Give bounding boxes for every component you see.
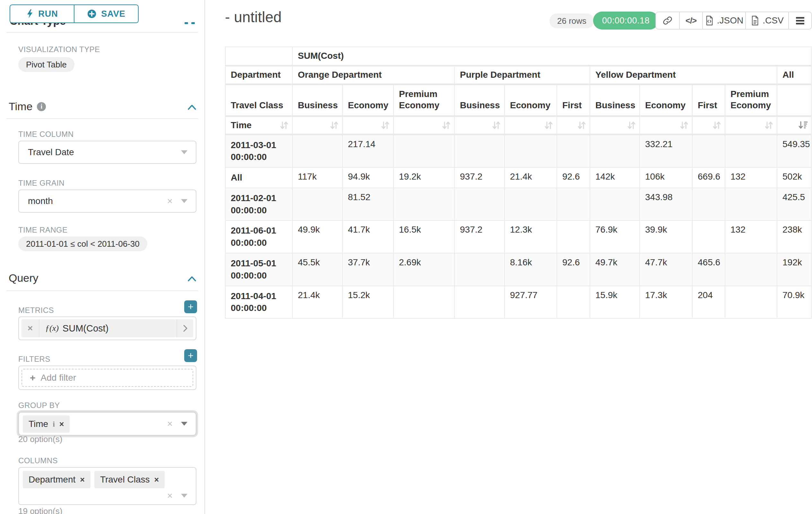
caret-down-icon	[181, 494, 187, 497]
row-count-badge: 26 rows	[549, 13, 594, 28]
pivot-value-cell	[504, 134, 557, 167]
metric-value: SUM(Cost)	[63, 323, 109, 334]
pivot-column-header: Business	[292, 84, 343, 116]
pivot-value-cell: 204	[692, 286, 725, 319]
selected-option-chip[interactable]: Travel Class×	[94, 471, 165, 488]
sort-toggle-icon[interactable]	[577, 120, 586, 130]
pivot-value-cell: 49.7k	[590, 253, 640, 286]
sort-descending-icon[interactable]	[798, 120, 808, 130]
chevron-up-icon[interactable]	[187, 275, 197, 282]
chevron-right-icon[interactable]	[176, 319, 193, 337]
pivot-row-header: 2011-03-01 00:00:00	[225, 134, 292, 167]
metrics-control: × ƒ(x) SUM(Cost)	[18, 317, 196, 340]
pivot-column-header	[777, 84, 811, 116]
section-divider	[6, 290, 198, 291]
pivot-row-header: 2011-06-01 00:00:00	[225, 220, 292, 253]
remove-chip-icon[interactable]: ×	[154, 475, 159, 484]
table-row: 2011-04-01 00:00:0021.4k15.2k927.7715.9k…	[225, 286, 811, 319]
info-icon[interactable]: i	[53, 420, 55, 429]
sort-toggle-icon[interactable]	[544, 120, 553, 130]
remove-metric-icon[interactable]: ×	[22, 319, 39, 337]
sort-toggle-icon[interactable]	[712, 120, 722, 130]
sort-toggle-icon[interactable]	[627, 120, 636, 130]
pivot-value-cell: 49.9k	[292, 220, 343, 253]
remove-chip-icon[interactable]: ×	[80, 475, 85, 484]
pivot-value-cell: 8.16k	[504, 253, 557, 286]
add-filter-button[interactable]: +	[184, 349, 197, 362]
pivot-row-header: 2011-02-01 00:00:00	[225, 188, 292, 221]
pivot-column-header: Premium Economy	[725, 84, 777, 116]
table-row: 2011-05-01 00:00:0045.5k37.7k2.69k8.16k9…	[225, 253, 811, 286]
metrics-label: METRICS	[18, 306, 54, 315]
sort-toggle-icon[interactable]	[441, 120, 451, 130]
info-icon[interactable]: i	[37, 102, 46, 111]
pivot-dimension-label: Department	[225, 65, 292, 84]
sort-toggle-icon[interactable]	[764, 120, 774, 130]
pivot-value-cell	[394, 188, 455, 221]
time-grain-label: TIME GRAIN	[18, 179, 64, 188]
export-toolbar: </> .JSON .CSV	[656, 11, 812, 30]
pivot-value-cell	[455, 286, 504, 319]
visualization-type-value[interactable]: Pivot Table	[18, 57, 75, 72]
add-metric-button[interactable]: +	[184, 300, 197, 313]
query-section-title: Query	[9, 272, 38, 284]
view-query-button[interactable]: </>	[679, 12, 702, 29]
group-by-label: GROUP BY	[18, 401, 60, 410]
pivot-sort-header	[692, 116, 725, 134]
group-by-select[interactable]: Timei× ×	[18, 412, 196, 436]
remove-chip-icon[interactable]: ×	[59, 420, 64, 429]
pivot-table: SUM(Cost)DepartmentOrange DepartmentPurp…	[225, 47, 812, 319]
clear-icon[interactable]: ×	[167, 196, 173, 206]
pivot-value-cell	[292, 188, 343, 221]
pivot-value-cell: 92.6	[557, 167, 590, 188]
copy-link-button[interactable]	[656, 12, 679, 29]
run-button[interactable]: RUN	[10, 5, 75, 23]
pivot-value-cell: 106k	[640, 167, 692, 188]
pivot-row-header: All	[225, 167, 292, 188]
metric-chip[interactable]: × ƒ(x) SUM(Cost)	[22, 319, 193, 337]
time-grain-value: month	[28, 196, 53, 206]
chart-title[interactable]: - untitled	[225, 8, 282, 26]
table-row: 2011-03-01 00:00:00217.14332.21549.35	[225, 134, 811, 167]
pivot-value-cell	[394, 286, 455, 319]
add-filter-dropzone[interactable]: + Add filter	[22, 369, 193, 387]
pivot-sort-header	[590, 116, 640, 134]
pivot-value-cell: 132	[725, 167, 777, 188]
csv-file-icon	[750, 16, 759, 25]
pivot-row-dimension-label: Time	[231, 120, 252, 130]
sort-toggle-icon[interactable]	[679, 120, 689, 130]
chart-type-collapse-icon-clipped	[184, 22, 188, 24]
sort-toggle-icon[interactable]	[329, 120, 339, 130]
export-csv-button[interactable]: .CSV	[745, 12, 788, 29]
time-grain-select[interactable]: month ×	[18, 190, 196, 213]
section-divider	[6, 118, 198, 119]
time-range-value[interactable]: 2011-01-01 ≤ col < 2011-06-30	[18, 237, 147, 251]
time-section-title: Time i	[9, 100, 46, 113]
save-button[interactable]: SAVE	[75, 5, 138, 23]
add-filter-placeholder: Add filter	[41, 373, 77, 383]
menu-button[interactable]	[788, 12, 811, 29]
pivot-value-cell: 117k	[292, 167, 343, 188]
filters-control: + Add filter	[18, 366, 196, 390]
pivot-value-cell: 21.4k	[504, 167, 557, 188]
clear-icon[interactable]: ×	[167, 419, 173, 429]
time-column-select[interactable]: Travel Date	[18, 141, 196, 164]
export-json-button[interactable]: .JSON	[702, 12, 745, 29]
pivot-value-cell	[504, 188, 557, 221]
sort-toggle-icon[interactable]	[279, 120, 289, 130]
sort-toggle-icon[interactable]	[380, 120, 390, 130]
caret-down-icon	[181, 422, 187, 426]
columns-select[interactable]: Department×Travel Class× ×	[18, 467, 196, 505]
pivot-column-header: Economy	[343, 84, 394, 116]
pivot-value-cell: 16.5k	[394, 220, 455, 253]
pivot-value-cell: 937.2	[455, 220, 504, 253]
pivot-sort-header	[455, 116, 504, 134]
chevron-up-icon[interactable]	[187, 104, 197, 110]
selected-option-chip[interactable]: Department×	[23, 471, 90, 488]
sort-toggle-icon[interactable]	[491, 120, 501, 130]
pivot-row-header: 2011-04-01 00:00:00	[225, 286, 292, 319]
pivot-value-cell	[557, 286, 590, 319]
pivot-sort-header	[504, 116, 557, 134]
clear-icon[interactable]: ×	[167, 491, 173, 501]
selected-option-chip[interactable]: Timei×	[23, 415, 70, 433]
